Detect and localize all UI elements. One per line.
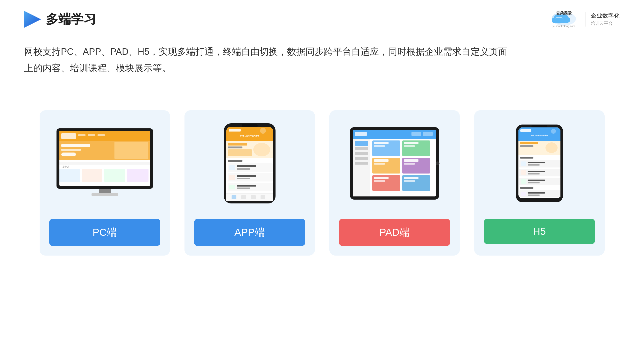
svg-rect-43	[237, 168, 250, 170]
svg-rect-46	[237, 175, 256, 177]
svg-rect-70	[355, 162, 368, 165]
svg-rect-117	[521, 192, 526, 196]
svg-point-38	[253, 143, 270, 156]
svg-rect-79	[374, 163, 385, 165]
card-pc: 必学课 PC端	[40, 110, 170, 256]
svg-rect-66	[355, 141, 368, 146]
svg-rect-49	[229, 185, 235, 189]
svg-rect-100	[520, 145, 534, 147]
svg-text:职通人的第一堂沟通课: 职通人的第一堂沟通课	[531, 134, 548, 137]
description-area: 网校支持PC、APP、PAD、H5，实现多端打通，终端自由切换，数据同步跨平台自…	[0, 39, 644, 91]
svg-rect-115	[520, 187, 534, 189]
pc-monitor-icon: 必学课	[54, 126, 156, 201]
svg-rect-51	[237, 188, 250, 189]
svg-text:职通人的第一堂沟通课: 职通人的第一堂沟通课	[240, 134, 260, 137]
svg-point-97	[551, 129, 556, 134]
svg-rect-110	[528, 173, 540, 174]
svg-rect-16	[114, 142, 148, 159]
svg-rect-82	[404, 163, 415, 165]
pad-tablet-icon	[349, 126, 440, 201]
logo-area: yunduoketang.com 云朵课堂 企业数字化 培训云平台	[547, 10, 620, 29]
h5-image-area: 职通人的第一堂沟通课	[484, 122, 595, 204]
page-title: 多端学习	[46, 11, 96, 28]
h5-phone-icon: 职通人的第一堂沟通课	[514, 124, 565, 203]
pc-label[interactable]: PC端	[49, 219, 160, 246]
svg-rect-114	[528, 182, 540, 183]
svg-rect-88	[404, 180, 415, 182]
svg-rect-118	[528, 192, 545, 194]
card-app: 职通人的第一堂沟通课	[184, 110, 315, 256]
description-line2: 上的内容、培训课程、模块展示等。	[24, 60, 620, 76]
svg-rect-20	[82, 169, 102, 182]
svg-rect-63	[412, 132, 421, 136]
svg-rect-84	[374, 177, 388, 179]
svg-rect-42	[237, 165, 256, 167]
svg-rect-45	[229, 175, 235, 180]
svg-rect-13	[61, 144, 90, 147]
header-left: 多端学习	[24, 11, 96, 28]
description-line1: 网校支持PC、APP、PAD、H5，实现多端打通，终端自由切换，数据同步跨平台自…	[24, 43, 620, 60]
header: 多端学习 yunduoketang.com 云朵课堂 企业数字化 培训云平台	[0, 0, 644, 39]
card-pad: PAD端	[329, 110, 460, 256]
logo-divider	[586, 12, 586, 26]
svg-rect-112	[521, 179, 526, 184]
svg-rect-76	[404, 145, 415, 147]
svg-rect-69	[355, 157, 368, 160]
svg-point-101	[546, 142, 558, 153]
tagline-2: 培训云平台	[591, 20, 612, 26]
cards-container: 必学课 PC端	[0, 101, 644, 265]
svg-rect-47	[237, 178, 250, 179]
svg-rect-15	[61, 153, 76, 156]
svg-rect-105	[528, 162, 545, 163]
svg-rect-35	[228, 143, 247, 145]
h5-label[interactable]: H5	[484, 219, 595, 244]
pad-image-area	[339, 122, 450, 204]
svg-rect-37	[228, 149, 252, 156]
app-label[interactable]: APP端	[194, 219, 305, 246]
svg-rect-9	[78, 134, 86, 136]
app-image-area: 职通人的第一堂沟通课	[194, 122, 305, 204]
play-icon	[24, 11, 41, 28]
svg-rect-95	[520, 129, 531, 132]
app-phone-icon: 职通人的第一堂沟通课	[222, 122, 278, 204]
svg-rect-23	[99, 189, 111, 193]
svg-rect-106	[528, 164, 540, 166]
svg-rect-41	[229, 165, 235, 170]
svg-text:yunduoketang.com: yunduoketang.com	[553, 25, 575, 27]
svg-rect-81	[404, 159, 418, 162]
pad-label[interactable]: PAD端	[339, 219, 450, 246]
svg-rect-8	[61, 133, 76, 139]
svg-rect-78	[374, 159, 388, 162]
svg-point-33	[260, 128, 266, 134]
svg-rect-108	[521, 170, 526, 175]
svg-rect-72	[374, 142, 388, 144]
svg-rect-24	[92, 193, 118, 196]
svg-rect-57	[260, 195, 266, 199]
svg-rect-53	[226, 193, 273, 194]
svg-rect-22	[127, 169, 148, 182]
card-h5: 职通人的第一堂沟通课	[474, 110, 605, 256]
svg-rect-67	[355, 147, 368, 150]
pc-image-area: 必学课	[49, 122, 160, 204]
svg-rect-10	[88, 134, 95, 136]
svg-rect-102	[520, 157, 534, 159]
svg-rect-104	[521, 161, 526, 166]
svg-rect-54	[232, 195, 236, 199]
svg-rect-36	[228, 146, 242, 148]
svg-rect-109	[528, 171, 545, 172]
svg-rect-14	[61, 149, 81, 151]
svg-rect-119	[528, 195, 540, 196]
svg-rect-68	[355, 152, 368, 155]
svg-text:云朵课堂: 云朵课堂	[556, 11, 572, 15]
svg-rect-113	[528, 180, 545, 181]
tagline-1: 企业数字化	[591, 12, 620, 19]
svg-point-60	[436, 161, 440, 165]
svg-rect-31	[229, 129, 241, 131]
svg-rect-11	[98, 134, 105, 136]
yunduoketang-logo: yunduoketang.com 云朵课堂	[547, 10, 581, 29]
svg-marker-0	[24, 11, 41, 28]
svg-rect-17	[60, 162, 150, 165]
svg-rect-62	[355, 132, 367, 136]
svg-rect-19	[60, 169, 80, 182]
svg-rect-50	[237, 185, 256, 187]
